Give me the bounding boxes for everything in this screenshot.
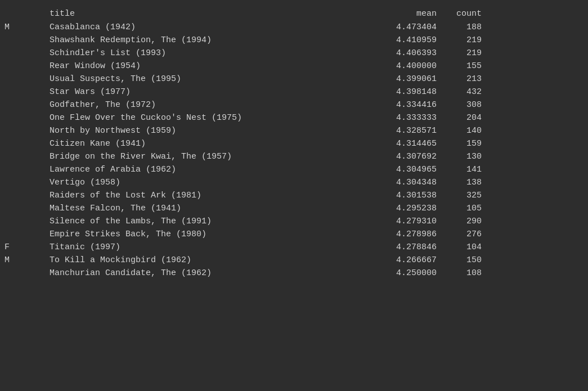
data-table: title mean count M Casablanca (1942) 4.4…: [0, 5, 588, 282]
table-row: Usual Suspects, The (1995) 4.399061 213: [0, 73, 588, 86]
cell-mean: 4.278846: [365, 242, 443, 252]
cell-count: 219: [443, 48, 488, 58]
cell-title: One Flew Over the Cuckoo's Nest (1975): [50, 113, 365, 123]
table-row: Lawrence of Arabia (1962) 4.304965 141: [0, 163, 588, 176]
cell-title: Bridge on the River Kwai, The (1957): [50, 152, 365, 161]
cell-gender: [0, 152, 50, 161]
cell-count: 213: [443, 74, 488, 84]
cell-title: Maltese Falcon, The (1941): [50, 204, 365, 213]
table-row: Manchurian Candidate, The (1962) 4.25000…: [0, 267, 588, 280]
cell-mean: 4.278986: [365, 230, 443, 239]
cell-count: 276: [443, 230, 488, 239]
cell-mean: 4.410959: [365, 35, 443, 45]
cell-mean: 4.266667: [365, 255, 443, 265]
cell-count: 188: [443, 23, 488, 32]
cell-gender: F: [0, 242, 50, 252]
cell-gender: [0, 87, 50, 97]
cell-mean: 4.314465: [365, 139, 443, 149]
cell-count: 140: [443, 126, 488, 136]
cell-gender: [0, 48, 50, 58]
cell-title: Star Wars (1977): [50, 87, 365, 97]
table-row: Vertigo (1958) 4.304348 138: [0, 176, 588, 189]
cell-title: Empire Strikes Back, The (1980): [50, 230, 365, 239]
cell-mean: 4.250000: [365, 268, 443, 278]
table-row: Star Wars (1977) 4.398148 432: [0, 86, 588, 98]
cell-mean: 4.399061: [365, 74, 443, 84]
cell-count: 432: [443, 87, 488, 97]
cell-title: Citizen Kane (1941): [50, 139, 365, 149]
cell-mean: 4.295238: [365, 204, 443, 213]
table-row: Schindler's List (1993) 4.406393 219: [0, 47, 588, 60]
table-row: Empire Strikes Back, The (1980) 4.278986…: [0, 228, 588, 241]
cell-gender: [0, 217, 50, 226]
cell-count: 104: [443, 242, 488, 252]
cell-title: Vertigo (1958): [50, 178, 365, 187]
table-row: Godfather, The (1972) 4.334416 308: [0, 98, 588, 111]
cell-gender: M: [0, 23, 50, 32]
cell-mean: 4.406393: [365, 48, 443, 58]
cell-title: Godfather, The (1972): [50, 100, 365, 110]
cell-gender: [0, 139, 50, 149]
table-row: North by Northwest (1959) 4.328571 140: [0, 124, 588, 137]
title-column-label: title: [50, 9, 75, 19]
cell-gender: [0, 35, 50, 45]
cell-mean: 4.304965: [365, 165, 443, 174]
cell-title: Schindler's List (1993): [50, 48, 365, 58]
cell-mean: 4.398148: [365, 87, 443, 97]
cell-title: Titanic (1997): [50, 242, 365, 252]
count-header: count: [443, 9, 488, 19]
cell-title: Lawrence of Arabia (1962): [50, 165, 365, 174]
table-row: One Flew Over the Cuckoo's Nest (1975) 4…: [0, 111, 588, 124]
table-row: M To Kill a Mockingbird (1962) 4.266667 …: [0, 254, 588, 267]
cell-gender: M: [0, 255, 50, 265]
cell-title: Raiders of the Lost Ark (1981): [50, 191, 365, 200]
table-row: Shawshank Redemption, The (1994) 4.41095…: [0, 34, 588, 47]
cell-title: Usual Suspects, The (1995): [50, 74, 365, 84]
cell-mean: 4.307692: [365, 152, 443, 161]
cell-count: 130: [443, 152, 488, 161]
table-row: Bridge on the River Kwai, The (1957) 4.3…: [0, 150, 588, 163]
cell-count: 308: [443, 100, 488, 110]
cell-gender: [0, 178, 50, 187]
title-header: title: [50, 9, 365, 19]
cell-count: 159: [443, 139, 488, 149]
cell-mean: 4.304348: [365, 178, 443, 187]
table-row: Maltese Falcon, The (1941) 4.295238 105: [0, 202, 588, 215]
cell-count: 219: [443, 35, 488, 45]
cell-gender: [0, 100, 50, 110]
cell-count: 204: [443, 113, 488, 123]
cell-title: Rear Window (1954): [50, 61, 365, 71]
table-header: title mean count: [0, 7, 588, 21]
cell-gender: [0, 230, 50, 239]
cell-count: 138: [443, 178, 488, 187]
table-row: Silence of the Lambs, The (1991) 4.27931…: [0, 215, 588, 228]
table-row: F Titanic (1997) 4.278846 104: [0, 241, 588, 254]
cell-gender: [0, 204, 50, 213]
cell-count: 290: [443, 217, 488, 226]
cell-gender: [0, 113, 50, 123]
cell-count: 108: [443, 268, 488, 278]
cell-gender: [0, 74, 50, 84]
cell-mean: 4.400000: [365, 61, 443, 71]
cell-title: North by Northwest (1959): [50, 126, 365, 136]
cell-title: Casablanca (1942): [50, 23, 365, 32]
cell-gender: [0, 165, 50, 174]
cell-gender: [0, 191, 50, 200]
gender-header: [0, 9, 50, 19]
cell-count: 150: [443, 255, 488, 265]
cell-count: 155: [443, 61, 488, 71]
cell-mean: 4.301538: [365, 191, 443, 200]
cell-title: Shawshank Redemption, The (1994): [50, 35, 365, 45]
cell-gender: [0, 61, 50, 71]
cell-gender: [0, 268, 50, 278]
cell-count: 105: [443, 204, 488, 213]
cell-mean: 4.328571: [365, 126, 443, 136]
cell-count: 325: [443, 191, 488, 200]
table-body: M Casablanca (1942) 4.473404 188 Shawsha…: [0, 21, 588, 280]
cell-mean: 4.279310: [365, 217, 443, 226]
table-row: Citizen Kane (1941) 4.314465 159: [0, 137, 588, 150]
cell-mean: 4.473404: [365, 23, 443, 32]
mean-header: mean: [365, 9, 443, 19]
cell-gender: [0, 126, 50, 136]
cell-mean: 4.334416: [365, 100, 443, 110]
